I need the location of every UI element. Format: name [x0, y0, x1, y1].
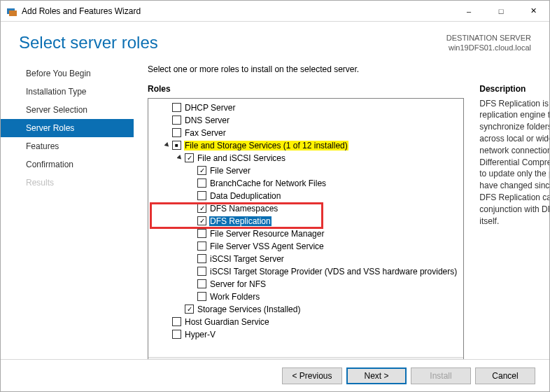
role-item[interactable]: iSCSI Target Storage Provider (VDS and V…: [148, 265, 463, 278]
role-checkbox[interactable]: [197, 166, 206, 175]
titlebar: Add Roles and Features Wizard – □ ✕: [1, 1, 549, 22]
header: Select server roles DESTINATION SERVER w…: [1, 22, 549, 59]
destination-info: DESTINATION SERVER win19DFS01.cloud.loca…: [446, 33, 531, 53]
role-checkbox[interactable]: [172, 128, 181, 137]
role-label[interactable]: Fax Server: [184, 128, 227, 138]
role-label[interactable]: BranchCache for Network Files: [209, 178, 327, 188]
role-item[interactable]: DFS Namespaces: [148, 202, 463, 215]
wizard-step-confirmation[interactable]: Confirmation: [1, 155, 134, 174]
columns: Roles DHCP ServerDNS ServerFax ServerFil…: [134, 84, 549, 359]
role-label[interactable]: iSCSI Target Storage Provider (VDS and V…: [209, 267, 458, 276]
maximize-button[interactable]: □: [485, 1, 517, 22]
button-row: < Previous Next > Install Cancel: [1, 359, 549, 391]
destination-value: win19DFS01.cloud.local: [446, 43, 531, 52]
role-label[interactable]: DNS Server: [184, 115, 230, 125]
role-item[interactable]: Host Guardian Service: [148, 316, 463, 328]
role-checkbox[interactable]: [197, 204, 206, 213]
wizard-step-before-you-begin[interactable]: Before You Begin: [1, 64, 134, 83]
role-label[interactable]: File Server VSS Agent Service: [209, 241, 325, 251]
role-checkbox[interactable]: [185, 153, 194, 162]
roles-heading: Roles: [148, 84, 464, 94]
role-item[interactable]: Data Deduplication: [148, 190, 463, 202]
window-title: Add Roles and Features Wizard: [22, 6, 453, 16]
role-item[interactable]: Hyper-V: [148, 328, 463, 341]
role-label[interactable]: DFS Namespaces: [209, 204, 278, 214]
role-item[interactable]: iSCSI Target Server: [148, 253, 463, 265]
wizard-step-server-roles[interactable]: Server Roles: [1, 119, 134, 137]
destination-label: DESTINATION SERVER: [446, 33, 531, 43]
role-label[interactable]: iSCSI Target Server: [209, 254, 285, 264]
description-heading: Description: [479, 84, 549, 94]
description-text: DFS Replication is a multimaster replica…: [479, 98, 549, 227]
main-panel: Select one or more roles to install on t…: [134, 59, 549, 359]
role-label[interactable]: Hyper-V: [184, 330, 216, 340]
role-checkbox[interactable]: [197, 191, 206, 200]
role-label[interactable]: Storage Services (Installed): [197, 304, 301, 314]
content: Before You BeginInstallation TypeServer …: [1, 59, 549, 359]
role-label[interactable]: File and Storage Services (1 of 12 insta…: [184, 141, 348, 150]
role-checkbox[interactable]: [172, 115, 181, 125]
role-checkbox[interactable]: [172, 103, 181, 112]
role-label[interactable]: DHCP Server: [184, 103, 236, 113]
close-button[interactable]: ✕: [517, 1, 549, 22]
roles-tree[interactable]: DHCP ServerDNS ServerFax ServerFile and …: [148, 98, 464, 359]
role-label[interactable]: Server for NFS: [209, 279, 267, 289]
role-item[interactable]: File and Storage Services (1 of 12 insta…: [148, 139, 463, 152]
wizard-step-installation-type[interactable]: Installation Type: [1, 83, 134, 101]
collapse-icon[interactable]: [162, 142, 172, 148]
role-checkbox[interactable]: [197, 216, 206, 225]
page-title: Select server roles: [19, 33, 158, 52]
role-checkbox[interactable]: [197, 178, 206, 188]
role-label[interactable]: DFS Replication: [209, 216, 272, 226]
install-button: Install: [411, 368, 471, 384]
role-checkbox[interactable]: [172, 330, 181, 339]
role-item[interactable]: Server for NFS: [148, 278, 463, 290]
role-item[interactable]: DFS Replication: [148, 215, 463, 227]
role-checkbox[interactable]: [197, 254, 206, 263]
role-item[interactable]: Storage Services (Installed): [148, 303, 463, 316]
minimize-button[interactable]: –: [453, 1, 485, 22]
instruction-text: Select one or more roles to install on t…: [134, 64, 549, 74]
role-item[interactable]: DHCP Server: [148, 102, 463, 114]
role-label[interactable]: File Server Resource Manager: [209, 229, 325, 239]
horizontal-scrollbar[interactable]: [148, 357, 463, 359]
wizard-step-server-selection[interactable]: Server Selection: [1, 101, 134, 119]
role-item[interactable]: File Server: [148, 164, 463, 177]
wizard-step-features[interactable]: Features: [1, 137, 134, 155]
role-item[interactable]: BranchCache for Network Files: [148, 177, 463, 190]
wizard-window: Add Roles and Features Wizard – □ ✕ Sele…: [0, 0, 550, 392]
role-item[interactable]: File Server Resource Manager: [148, 227, 463, 240]
role-label[interactable]: Work Folders: [209, 292, 260, 302]
role-item[interactable]: File Server VSS Agent Service: [148, 240, 463, 253]
role-checkbox[interactable]: [197, 241, 206, 251]
role-checkbox[interactable]: [172, 317, 181, 326]
role-label[interactable]: File Server: [209, 166, 251, 176]
previous-button[interactable]: < Previous: [282, 368, 342, 384]
role-label[interactable]: File and iSCSI Services: [197, 153, 286, 163]
role-label[interactable]: Data Deduplication: [209, 191, 281, 201]
server-manager-icon: [6, 6, 17, 17]
wizard-steps: Before You BeginInstallation TypeServer …: [1, 59, 134, 359]
role-item[interactable]: Work Folders: [148, 290, 463, 303]
cancel-button[interactable]: Cancel: [475, 368, 535, 384]
window-controls: – □ ✕: [453, 1, 549, 22]
next-button[interactable]: Next >: [346, 368, 407, 384]
role-checkbox[interactable]: [185, 304, 194, 314]
role-checkbox[interactable]: [172, 141, 181, 150]
svg-rect-1: [9, 10, 17, 16]
role-item[interactable]: Fax Server: [148, 127, 463, 139]
description-column: Description DFS Replication is a multima…: [479, 84, 549, 359]
collapse-icon[interactable]: [175, 155, 185, 161]
wizard-step-results: Results: [1, 174, 134, 192]
role-item[interactable]: File and iSCSI Services: [148, 152, 463, 164]
roles-column: Roles DHCP ServerDNS ServerFax ServerFil…: [148, 84, 464, 359]
role-checkbox[interactable]: [197, 279, 206, 288]
role-label[interactable]: Host Guardian Service: [184, 317, 270, 327]
role-checkbox[interactable]: [197, 229, 206, 238]
role-item[interactable]: DNS Server: [148, 114, 463, 127]
role-checkbox[interactable]: [197, 267, 206, 276]
role-checkbox[interactable]: [197, 292, 206, 301]
